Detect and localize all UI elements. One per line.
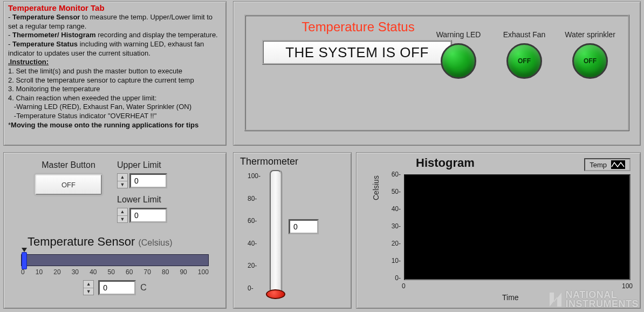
tick: 100- (248, 173, 261, 179)
text-bold: Thermometer/ Histogram (12, 31, 96, 39)
master-button-label: Master Button (42, 160, 95, 170)
help-title: Temperature Monitor Tab (8, 3, 222, 13)
slider-track[interactable] (21, 254, 209, 266)
tick: 0- (385, 275, 401, 281)
chevron-down-icon[interactable]: ▼ (84, 288, 93, 295)
tick: 40 (90, 268, 97, 276)
water-sprinkler-led: OFF (572, 43, 608, 79)
text: Temperature Sensor (28, 235, 135, 248)
led-label: Water sprinkler (565, 30, 615, 39)
y-axis-ticks: 60- 50- 40- 30- 20- 10- 0- (385, 171, 401, 281)
chevron-down-icon[interactable]: ▼ (118, 181, 127, 188)
led-label: Warning LED (436, 30, 481, 39)
master-button[interactable]: OFF (35, 174, 102, 195)
led-item-warning: Warning LED (433, 30, 484, 79)
help-step: 3. Monitoring the temperature (8, 85, 222, 94)
thermometer-body: 100- 80- 60- 40- 20- 0- (248, 169, 345, 299)
histogram-panel: Histogram Temp Celsius 60- 50- 40- 30- 2… (356, 152, 641, 309)
tick: 0- (248, 285, 261, 291)
temperature-slider[interactable]: 0 10 20 30 40 50 60 70 80 90 100 (21, 254, 209, 276)
sensor-value-input[interactable] (98, 280, 136, 295)
tick: 100 (198, 268, 209, 276)
exhaust-fan-led: OFF (506, 43, 542, 79)
text-bold: Temperature Sensor (12, 13, 80, 21)
lower-limit-input[interactable] (129, 208, 167, 223)
x-axis-ticks: 0 100 (402, 282, 633, 290)
thermometer-bulb-icon (266, 289, 285, 299)
tick: 50 (108, 268, 115, 276)
upper-limit-label: Upper Limit (117, 160, 167, 170)
led-group: Warning LED Exhaust Fan OFF Water sprink… (433, 30, 616, 79)
upper-limit-spinner[interactable]: ▲▼ (117, 173, 128, 188)
tick: 20- (385, 240, 401, 247)
sensor-title: Temperature Sensor (Celsius) (28, 235, 218, 249)
controls-panel: Master Button OFF Upper Limit ▲▼ Lower L… (3, 152, 227, 309)
led-label: Exhaust Fan (503, 30, 546, 39)
tick: 20 (53, 268, 60, 276)
text-bold: Moving the mouse onto the running applic… (11, 121, 198, 129)
national-instruments-watermark: NATIONAL INSTRUMENTS (549, 290, 639, 309)
help-line: - Temperature Sensor to measure the temp… (8, 13, 222, 31)
waveform-icon (611, 160, 625, 169)
thermometer-title: Thermometer (240, 156, 345, 167)
thermometer-ticks: 100- 80- 60- 40- 20- 0- (248, 173, 261, 291)
tick: 60- (248, 218, 261, 224)
tick: 80 (162, 268, 169, 276)
help-step: 2. Scroll the temperature sensor to capt… (8, 76, 222, 85)
sensor-unit: (Celsius) (138, 238, 172, 247)
tick: 0 (402, 282, 406, 290)
chevron-up-icon[interactable]: ▲ (118, 208, 127, 216)
x-axis-label: Time (502, 293, 519, 302)
text: - (8, 31, 12, 39)
led-item-exhaust: Exhaust Fan OFF (498, 30, 550, 79)
svg-marker-0 (550, 293, 561, 307)
ni-logo-icon (549, 291, 563, 308)
tick: 10- (385, 257, 401, 264)
tick: 30 (72, 268, 79, 276)
tick: 90 (180, 268, 187, 276)
chevron-up-icon[interactable]: ▲ (118, 174, 127, 181)
help-panel: Temperature Monitor Tab - Temperature Se… (3, 1, 227, 146)
status-indicator: THE SYSTEM IS OFF (262, 40, 452, 65)
upper-limit-input[interactable] (129, 173, 167, 188)
text-heading: .Instruction: (8, 58, 49, 66)
tick: 20- (248, 262, 261, 269)
help-substep: -Temperature Status indicator "OVERHEAT … (8, 112, 222, 121)
thermometer-column (269, 169, 282, 295)
led-item-sprinkler: Water sprinkler OFF (564, 30, 616, 79)
status-panel: Temperature Status THE SYSTEM IS OFF War… (233, 1, 641, 146)
help-step: 4. Chain reaction when exeeded the upper… (8, 94, 222, 103)
chevron-up-icon[interactable]: ▲ (84, 281, 93, 288)
text-bold: Temperature Status (12, 40, 78, 48)
tick: 10 (36, 268, 43, 276)
tick: 40- (385, 206, 401, 212)
tick: 0 (21, 268, 25, 276)
sensor-value-spinner[interactable]: ▲▼ (83, 280, 94, 295)
tick: 30- (385, 223, 401, 229)
lower-limit-spinner[interactable]: ▲▼ (117, 208, 128, 223)
sensor-unit-short: C (140, 283, 147, 293)
slider-thumb[interactable] (22, 252, 27, 269)
tick: 60- (385, 171, 401, 178)
slider-ticks: 0 10 20 30 40 50 60 70 80 90 100 (21, 268, 209, 276)
thermometer-panel: Thermometer 100- 80- 60- 40- 20- 0- (233, 152, 352, 309)
lower-limit-label: Lower Limit (117, 195, 167, 205)
histogram-legend[interactable]: Temp (584, 158, 631, 171)
tick: 100 (622, 282, 633, 290)
text: - (8, 13, 12, 21)
tick: 40- (248, 240, 261, 247)
help-instruction-heading: .Instruction: (8, 58, 222, 67)
warning-led (441, 43, 476, 79)
tick: 50- (385, 188, 401, 195)
chevron-down-icon[interactable]: ▼ (118, 216, 127, 223)
status-title: Temperature Status (266, 19, 450, 35)
help-substep: -Warning LED (RED), Exhaust Fan, Water S… (8, 103, 222, 112)
y-axis-label: Celsius (372, 175, 380, 200)
status-inner: Temperature Status THE SYSTEM IS OFF War… (244, 15, 629, 131)
slider-pointer-icon (22, 248, 27, 252)
histogram-plot[interactable] (404, 174, 631, 280)
help-line: - Thermometer/ Histogram recording and d… (8, 31, 222, 58)
tick: 70 (144, 268, 151, 276)
tick: 60 (126, 268, 133, 276)
legend-label: Temp (590, 161, 607, 169)
